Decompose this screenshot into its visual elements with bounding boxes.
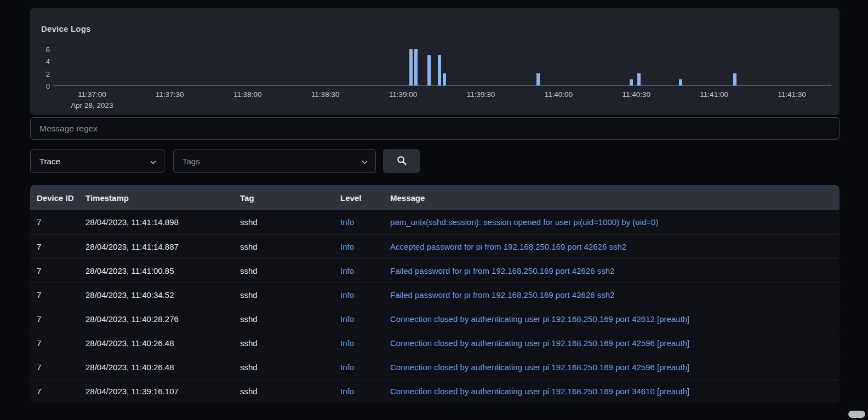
column-header-tag: Tag: [233, 185, 334, 210]
level-cell: Info: [334, 283, 384, 307]
log-table: Device ID Timestamp Tag Level Message 72…: [30, 185, 840, 403]
table-row[interactable]: 728/04/2023, 11:40:34.52sshdInfoFailed p…: [30, 283, 840, 307]
chart-bar: [536, 73, 540, 85]
chart-y-axis: 0246: [41, 43, 53, 86]
y-axis-label: 0: [46, 83, 50, 90]
chart-plot: 11:37:0011:37:3011:38:0011:38:3011:39:00…: [53, 43, 831, 86]
table-row[interactable]: 728/04/2023, 11:39:16.107sshdInfoConnect…: [30, 379, 840, 403]
message-cell: Connection closed by authenticating user…: [384, 355, 840, 379]
chart-bar: [438, 55, 441, 85]
column-header-device-id: Device ID: [30, 185, 79, 210]
x-axis-label: 11:38:30: [311, 90, 340, 99]
device-id-cell: 7: [30, 283, 79, 307]
message-cell: Connection closed by authenticating user…: [384, 331, 840, 355]
filter-row: Trace Tags: [30, 149, 840, 173]
tag-cell: sshd: [233, 331, 334, 355]
x-axis-label: 11:40:00: [545, 90, 573, 99]
chart-bar: [414, 49, 418, 85]
timestamp-cell: 28/04/2023, 11:40:28.276: [79, 307, 233, 331]
chart-title: Device Logs: [41, 24, 831, 33]
timestamp-cell: 28/04/2023, 11:41:14.887: [79, 234, 233, 258]
level-cell: Info: [334, 379, 384, 403]
level-cell: Info: [334, 355, 384, 379]
tag-cell: sshd: [233, 283, 334, 307]
device-logs-chart-panel: Device Logs 0246 11:37:0011:37:3011:38:0…: [30, 8, 840, 115]
scrollbar-thumb[interactable]: [848, 411, 865, 418]
x-axis-label: 11:41:30: [778, 90, 806, 99]
tag-cell: sshd: [233, 307, 334, 331]
message-cell: Connection closed by authenticating user…: [384, 307, 840, 331]
tags-select[interactable]: Tags: [173, 149, 376, 173]
device-id-cell: 7: [30, 258, 79, 283]
x-axis-label: 11:37:00: [78, 90, 106, 99]
table-header-row: Device ID Timestamp Tag Level Message: [30, 185, 840, 210]
device-id-cell: 7: [30, 307, 79, 331]
message-cell: pam_unix(sshd:session): session opened f…: [384, 210, 840, 234]
column-header-level: Level: [334, 185, 384, 210]
x-axis-label: 11:38:00: [233, 90, 262, 99]
x-axis-date-label: Apr 28, 2023: [71, 101, 113, 110]
tag-cell: sshd: [233, 379, 334, 403]
log-table-body: 728/04/2023, 11:41:14.898sshdInfopam_uni…: [30, 210, 840, 403]
timestamp-cell: 28/04/2023, 11:40:26.48: [79, 355, 233, 379]
tags-select-placeholder: Tags: [182, 157, 200, 166]
timestamp-cell: 28/04/2023, 11:39:16.107: [79, 379, 233, 403]
column-header-message: Message: [384, 185, 840, 210]
x-axis-label: 11:39:00: [389, 90, 418, 99]
y-axis-label: 2: [46, 70, 50, 77]
table-row[interactable]: 728/04/2023, 11:41:14.887sshdInfoAccepte…: [30, 234, 840, 258]
device-id-cell: 7: [30, 379, 79, 403]
x-axis-label: 11:41:00: [700, 90, 728, 99]
tag-cell: sshd: [233, 355, 334, 379]
timestamp-cell: 28/04/2023, 11:41:00.85: [79, 258, 233, 283]
device-id-cell: 7: [30, 234, 79, 258]
level-cell: Info: [334, 234, 384, 258]
device-id-cell: 7: [30, 210, 79, 234]
level-select-value: Trace: [39, 157, 60, 166]
level-select[interactable]: Trace: [30, 149, 164, 173]
x-axis-label: 11:39:30: [467, 90, 495, 99]
chart-bar: [427, 55, 431, 85]
level-cell: Info: [334, 307, 384, 331]
timestamp-cell: 28/04/2023, 11:41:14.898: [79, 210, 233, 234]
table-row[interactable]: 728/04/2023, 11:40:26.48sshdInfoConnecti…: [30, 355, 840, 379]
x-axis-label: 11:40:30: [622, 90, 650, 99]
y-axis-label: 6: [46, 46, 50, 53]
table-row[interactable]: 728/04/2023, 11:40:26.48sshdInfoConnecti…: [30, 331, 840, 355]
tag-cell: sshd: [233, 210, 334, 234]
timestamp-cell: 28/04/2023, 11:40:34.52: [79, 283, 233, 307]
chart-bar: [630, 79, 633, 85]
search-icon: [397, 156, 407, 167]
chevron-down-icon: [150, 157, 156, 166]
y-axis-label: 4: [46, 58, 50, 65]
message-regex-input[interactable]: [30, 117, 840, 140]
message-cell: Connection closed by authenticating user…: [384, 379, 840, 403]
chart-bar: [733, 73, 736, 85]
message-cell: Accepted password for pi from 192.168.25…: [384, 234, 840, 258]
table-row[interactable]: 728/04/2023, 11:40:28.276sshdInfoConnect…: [30, 307, 840, 331]
page: Device Logs 0246 11:37:0011:37:3011:38:0…: [0, 0, 868, 403]
table-row[interactable]: 728/04/2023, 11:41:14.898sshdInfopam_uni…: [30, 210, 840, 234]
chart-bar: [409, 49, 413, 85]
timestamp-cell: 28/04/2023, 11:40:26.48: [79, 331, 233, 355]
device-id-cell: 7: [30, 331, 79, 355]
chart-area: 0246 11:37:0011:37:3011:38:0011:38:3011:…: [41, 43, 831, 86]
level-cell: Info: [334, 258, 384, 283]
chart-bar: [443, 73, 446, 85]
level-cell: Info: [334, 210, 384, 234]
log-table-container: Device ID Timestamp Tag Level Message 72…: [30, 185, 840, 403]
tag-cell: sshd: [233, 234, 334, 258]
tag-cell: sshd: [233, 258, 334, 283]
chart-bar: [637, 73, 641, 85]
x-axis-label: 11:37:30: [156, 90, 184, 99]
level-cell: Info: [334, 331, 384, 355]
search-button[interactable]: [383, 149, 420, 173]
chart-bar: [679, 79, 682, 85]
table-row[interactable]: 728/04/2023, 11:41:00.85sshdInfoFailed p…: [30, 258, 840, 283]
device-id-cell: 7: [30, 355, 79, 379]
message-cell: Failed password for pi from 192.168.250.…: [384, 258, 840, 283]
message-cell: Failed password for pi from 192.168.250.…: [384, 283, 840, 307]
chevron-down-icon: [362, 157, 368, 166]
column-header-timestamp: Timestamp: [79, 185, 233, 210]
